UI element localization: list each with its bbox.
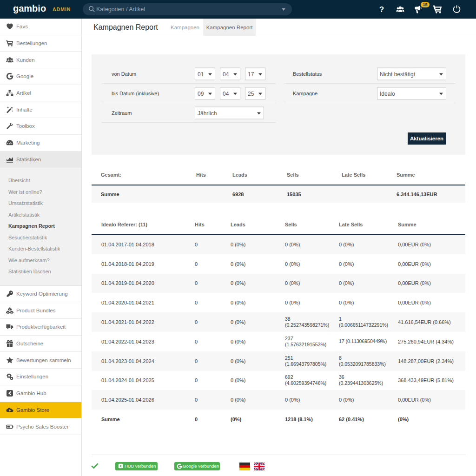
svg-text:?: ? bbox=[379, 5, 384, 13]
